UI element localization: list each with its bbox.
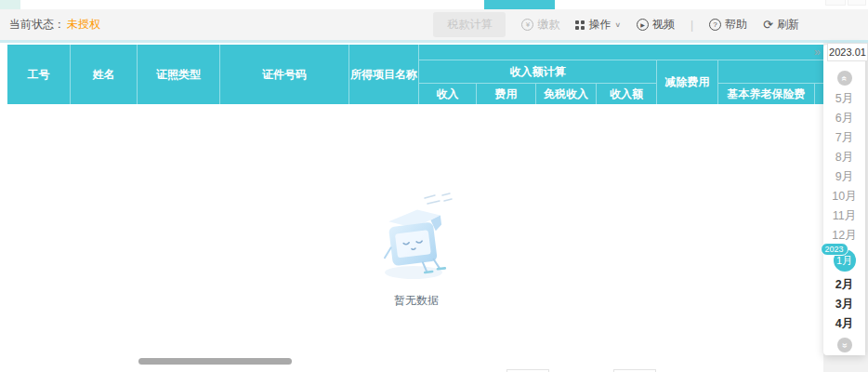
scroll-up-button[interactable]: «: [837, 71, 852, 86]
col-header-income: 收入: [419, 84, 477, 104]
month-item-12[interactable]: 12月: [832, 230, 856, 242]
status-label: 当前状态：: [9, 17, 65, 33]
month-item-6[interactable]: 6月: [835, 113, 853, 125]
chevron-down-icon: ∨: [614, 21, 621, 29]
tax-calc-button[interactable]: 税款计算: [433, 12, 506, 37]
toolbar: 当前状态： 未授权 税款计算 ¥ 缴款 操作 ∨ ▶ 视频 | ? 帮助 ⟳ 刷…: [0, 9, 868, 40]
separator: |: [690, 19, 693, 32]
empty-state: 暂无数据: [372, 187, 461, 309]
scroll-down-button[interactable]: «: [837, 338, 852, 352]
accent-divider: [0, 40, 868, 43]
status-bar: 当前状态： 未授权: [9, 17, 100, 33]
col-header-taxfree-income: 免税收入: [536, 84, 597, 104]
toolbar-actions: 税款计算 ¥ 缴款 操作 ∨ ▶ 视频 | ? 帮助 ⟳ 刷新: [433, 12, 799, 37]
month-item-11[interactable]: 11月: [833, 210, 856, 222]
window-control-fragment: [848, 0, 866, 6]
col-header-employee-id: 工号: [7, 45, 71, 104]
grid-icon: [575, 20, 585, 30]
window-control-fragment: [825, 0, 846, 6]
col-header-pension-insurance: 基本养老保险费: [718, 84, 815, 104]
month-item-9[interactable]: 9月: [835, 171, 853, 183]
horizontal-scrollbar-thumb[interactable]: [138, 358, 292, 365]
header-spacer-row: [419, 45, 868, 60]
active-tab-fragment: [484, 0, 555, 9]
left-tab-fragment: [0, 0, 20, 9]
question-circle-icon: ?: [709, 19, 721, 31]
col-header-income-item: 所得项目名称: [349, 45, 419, 104]
operate-menu-button[interactable]: 操作 ∨: [575, 17, 621, 33]
group-header-income-calc: 收入额计算: [419, 60, 657, 84]
month-item-2[interactable]: 2月: [835, 279, 853, 291]
col-header-name: 姓名: [71, 45, 138, 104]
help-button[interactable]: ? 帮助: [709, 17, 747, 33]
month-item-3[interactable]: 3月: [835, 299, 853, 311]
no-data-illustration: [372, 187, 461, 287]
top-strip: [0, 0, 868, 9]
month-item-4[interactable]: 4月: [835, 318, 853, 330]
yen-circle-icon: ¥: [521, 19, 533, 31]
status-value: 未授权: [67, 17, 100, 33]
month-list: « 5月 6月 7月 8月 9月 10月 11月 12月 1月 2023 2月 …: [823, 71, 865, 352]
col-header-deduction: 减除费用: [657, 60, 718, 104]
month-panel: « 5月 6月 7月 8月 9月 10月 11月 12月 1月 2023 2月 …: [823, 45, 865, 355]
refresh-icon: ⟳: [763, 19, 773, 31]
period-selector[interactable]: 2023.01: [827, 43, 868, 61]
video-button[interactable]: ▶ 视频: [637, 17, 675, 33]
help-label: 帮助: [725, 17, 747, 33]
pay-label: 缴款: [537, 17, 559, 33]
table-header: 工号 姓名 证照类型 证件号码 所得项目名称 收入额计算 减除费用 收入 费用 …: [7, 45, 868, 104]
collapse-panel-icon[interactable]: »: [814, 46, 821, 59]
double-chevron-up-icon: «: [839, 75, 849, 81]
pay-button[interactable]: ¥ 缴款: [521, 17, 559, 33]
col-header-cert-number: 证件号码: [220, 45, 349, 104]
month-item-8[interactable]: 8月: [835, 152, 853, 164]
main-content: 工号 姓名 证照类型 证件号码 所得项目名称 收入额计算 减除费用 收入 费用 …: [0, 43, 868, 372]
year-badge: 2023: [821, 243, 848, 256]
operate-label: 操作: [588, 17, 611, 33]
month-item-10[interactable]: 10月: [832, 191, 856, 203]
empty-state-text: 暂无数据: [372, 293, 461, 309]
col-header-fee: 费用: [477, 84, 536, 104]
double-chevron-down-icon: «: [839, 342, 849, 348]
month-item-7[interactable]: 7月: [835, 132, 853, 144]
month-item-5[interactable]: 5月: [835, 93, 853, 105]
refresh-label: 刷新: [777, 17, 799, 33]
refresh-button[interactable]: ⟳ 刷新: [763, 17, 799, 33]
month-item-1-selected[interactable]: 1月 2023: [834, 249, 856, 272]
col-header-cert-type: 证照类型: [138, 45, 220, 104]
video-label: 视频: [652, 17, 675, 33]
col-header-income-amount: 收入额: [597, 84, 657, 104]
play-circle-icon: ▶: [637, 19, 649, 31]
